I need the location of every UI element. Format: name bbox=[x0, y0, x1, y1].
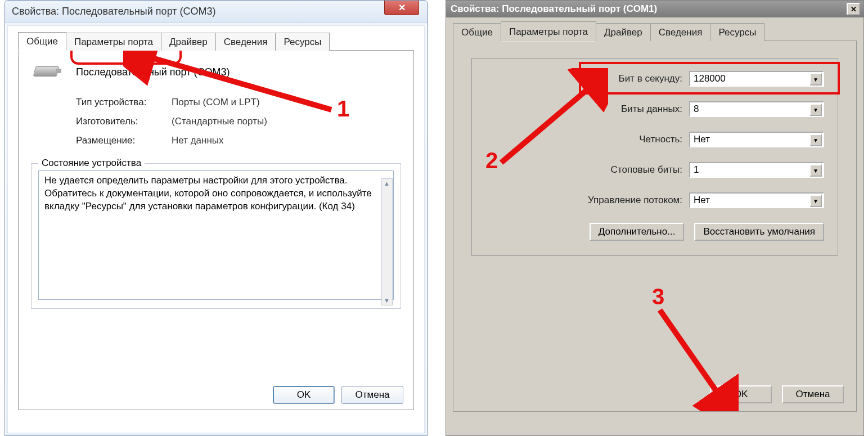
stopbits-label: Стоповые биты: bbox=[611, 164, 682, 176]
annotation-number-1: 1 bbox=[337, 96, 349, 122]
parity-value: Нет bbox=[694, 134, 710, 145]
chevron-down-icon: ▼ bbox=[809, 73, 822, 86]
loc-value: Нет данных bbox=[172, 135, 401, 146]
device-status-group: Состояние устройства bbox=[31, 163, 401, 309]
status-legend: Состояние устройства bbox=[38, 158, 145, 169]
type-value: Порты (COM и LPT) bbox=[172, 97, 401, 108]
stopbits-value: 1 bbox=[694, 164, 699, 176]
port-settings-group: Бит в секунду: 128000 ▼ Биты данных: 8 ▼… bbox=[471, 58, 838, 256]
loc-label: Размещение: bbox=[76, 135, 172, 146]
tab-driver[interactable]: Драйвер bbox=[596, 23, 651, 41]
annotation-number-2: 2 bbox=[485, 148, 498, 173]
stopbits-combo[interactable]: 1 ▼ bbox=[689, 162, 824, 178]
close-icon: ✕ bbox=[398, 2, 406, 13]
window-title: Свойства: Последовательный порт (COM3) bbox=[12, 6, 215, 17]
tab-port-params[interactable]: Параметры порта bbox=[66, 33, 161, 51]
window-title: Свойства: Последовательный порт (COM1) bbox=[451, 3, 657, 15]
bps-value: 128000 bbox=[694, 73, 726, 84]
tabstrip: Общие Параметры порта Драйвер Сведения Р… bbox=[18, 32, 414, 51]
parity-label: Четность: bbox=[639, 134, 682, 145]
chevron-down-icon: ▼ bbox=[809, 164, 822, 177]
serial-port-icon bbox=[31, 63, 62, 81]
bps-combo[interactable]: 128000 ▼ bbox=[689, 71, 824, 87]
tab-details[interactable]: Сведения bbox=[215, 33, 276, 51]
cancel-button[interactable]: Отмена bbox=[782, 385, 844, 403]
mfr-label: Изготовитель: bbox=[76, 116, 172, 127]
tab-port-params[interactable]: Параметры порта bbox=[501, 21, 596, 42]
device-status-text[interactable] bbox=[38, 170, 394, 300]
tab-resources[interactable]: Ресурсы bbox=[275, 33, 330, 51]
chevron-down-icon: ▼ bbox=[809, 195, 822, 207]
properties-dialog-com3: Свойства: Последовательный порт (COM3) ✕… bbox=[5, 0, 428, 436]
tab-general[interactable]: Общие bbox=[453, 23, 501, 41]
close-button[interactable]: ✕ bbox=[847, 3, 860, 15]
titlebar[interactable]: Свойства: Последовательный порт (COM3) bbox=[5, 1, 427, 23]
tab-driver[interactable]: Драйвер bbox=[161, 33, 216, 51]
chevron-down-icon: ▼ bbox=[809, 104, 822, 116]
databits-value: 8 bbox=[694, 104, 699, 115]
tab-general[interactable]: Общие bbox=[18, 32, 66, 51]
annotation-number-3: 3 bbox=[652, 284, 664, 309]
cancel-button[interactable]: Отмена bbox=[341, 386, 403, 404]
bps-label: Бит в секунду: bbox=[618, 73, 682, 84]
tab-resources[interactable]: Ресурсы bbox=[710, 23, 764, 41]
ok-button[interactable]: OK bbox=[710, 385, 772, 403]
tabstrip: Общие Параметры порта Драйвер Сведения Р… bbox=[453, 22, 857, 41]
close-button[interactable]: ✕ bbox=[384, 1, 419, 15]
chevron-down-icon: ▼ bbox=[809, 134, 822, 146]
flow-combo[interactable]: Нет ▼ bbox=[689, 192, 824, 208]
scrollbar[interactable] bbox=[381, 178, 393, 305]
properties-dialog-com1: Свойства: Последовательный порт (COM1) ✕… bbox=[446, 0, 864, 436]
databits-combo[interactable]: 8 ▼ bbox=[689, 101, 824, 117]
close-icon: ✕ bbox=[851, 5, 857, 14]
type-label: Тип устройства: bbox=[76, 97, 172, 108]
device-name: Последовательный порт (COM3) bbox=[76, 66, 230, 78]
databits-label: Биты данных: bbox=[621, 104, 682, 115]
mfr-value: (Стандартные порты) bbox=[172, 116, 401, 127]
tab-details[interactable]: Сведения bbox=[650, 23, 711, 41]
flow-value: Нет bbox=[694, 195, 710, 206]
advanced-button[interactable]: Дополнительно... bbox=[590, 223, 685, 241]
titlebar[interactable]: Свойства: Последовательный порт (COM1) bbox=[446, 1, 863, 17]
flow-label: Управление потоком: bbox=[588, 195, 682, 206]
parity-combo[interactable]: Нет ▼ bbox=[689, 132, 824, 147]
ok-button[interactable]: OK bbox=[273, 386, 335, 404]
restore-defaults-button[interactable]: Восстановить умолчания bbox=[694, 223, 824, 241]
